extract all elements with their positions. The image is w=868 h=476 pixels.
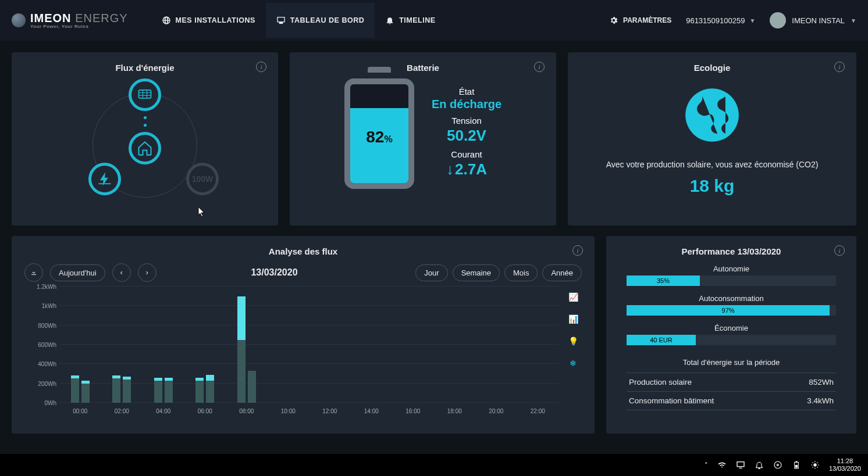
info-icon[interactable]: i (834, 62, 845, 72)
download-button[interactable] (24, 263, 43, 282)
brightness-icon[interactable] (810, 460, 820, 470)
mode-bars-icon[interactable]: 📊 (568, 314, 578, 324)
solar-node[interactable] (129, 78, 161, 111)
range-day[interactable]: Jour (415, 264, 447, 281)
prev-button[interactable]: ‹ (112, 263, 131, 282)
range-month[interactable]: Mois (504, 264, 538, 281)
analysis-date: 13/03/2020 (140, 267, 409, 278)
energy-flow-card: Flux d'énergie i 100W (12, 52, 278, 226)
flow-dot (144, 116, 147, 119)
chart-mode-switcher: 📈 📊 💡 ❄ (564, 287, 582, 414)
totals-title: Total d'énergie sur la période (619, 358, 844, 367)
mode-sun-icon[interactable]: ❄ (570, 359, 577, 368)
logo-tagline: Your Power, Your Rules (30, 24, 128, 29)
logo-icon (12, 13, 26, 27)
bell-tray-icon[interactable] (755, 460, 764, 470)
card-title: Analyse des flux (24, 246, 582, 256)
autonomy-label: Autonomie (619, 264, 844, 273)
perf-table: Production solaire852WhConsommation bâti… (627, 373, 836, 410)
svg-rect-2 (737, 462, 744, 467)
user-menu[interactable]: IMEON INSTAL ▼ (770, 12, 856, 28)
logo-text-sub: ENERGY (75, 12, 127, 24)
tray-up-icon[interactable]: ˄ (705, 461, 708, 469)
analysis-card: Analyse des flux i Aujourd'hui ‹ › 13/03… (12, 236, 595, 434)
nav-timeline[interactable]: TIMELINE (375, 3, 446, 38)
ecology-text: Avec votre production solaire, vous avez… (581, 160, 844, 169)
card-title: Performance 13/03/2020 (619, 246, 844, 256)
card-title: Ecologie (581, 63, 844, 73)
state-label: État (432, 87, 501, 96)
home-icon (137, 140, 153, 156)
settings-label: PARAMÈTRES (623, 16, 671, 24)
nav-label: MES INSTALLATIONS (176, 16, 255, 24)
bolt-icon (97, 171, 113, 187)
info-icon[interactable]: i (834, 245, 845, 256)
install-id-text: 96131509100259 (686, 16, 745, 25)
installation-selector[interactable]: 96131509100259 ▼ (686, 16, 755, 25)
autonomy-bar: 35% (627, 275, 836, 286)
home-node[interactable] (129, 132, 161, 164)
info-icon[interactable]: i (256, 62, 266, 72)
nav-dashboard[interactable]: TABLEAU DE BORD (266, 3, 375, 38)
bell-icon (385, 16, 394, 25)
today-button[interactable]: Aujourd'hui (50, 264, 105, 281)
mode-pulse-icon[interactable]: 📈 (568, 292, 578, 302)
voltage-value: 50.2V (432, 127, 501, 145)
chevron-down-icon: ▼ (851, 17, 856, 24)
taskbar: ˄ 11:28 13/03/2020 (0, 454, 868, 476)
header: IMEON ENERGY Your Power, Your Rules MES … (0, 0, 868, 41)
range-week[interactable]: Semaine (453, 264, 500, 281)
grid-node[interactable] (88, 163, 121, 195)
ecology-card: Ecologie i Avec votre production solaire… (568, 52, 856, 226)
selfcons-bar: 97% (627, 305, 836, 316)
watt-value: 100W (192, 174, 214, 184)
flow-dot (144, 124, 147, 127)
monitor-icon (276, 16, 286, 25)
globe-icon (581, 83, 844, 149)
globe-icon (162, 16, 171, 25)
info-icon[interactable]: i (534, 62, 545, 72)
logo-text-main: IMEON (30, 12, 72, 24)
economy-label: Économie (619, 324, 844, 332)
taskbar-clock[interactable]: 11:28 13/03/2020 (829, 457, 861, 473)
svg-point-7 (813, 463, 816, 466)
nav-installations[interactable]: MES INSTALLATIONS (151, 3, 266, 38)
selfcons-label: Autoconsommation (619, 294, 844, 303)
monitor-tray-icon[interactable] (736, 460, 745, 470)
state-value: En décharge (432, 98, 501, 111)
logo[interactable]: IMEON ENERGY Your Power, Your Rules (12, 12, 128, 29)
bar-chart: 0Wh200Wh400Wh600Wh800Wh1kWh1.2kWh00:0002… (24, 287, 558, 414)
wifi-icon[interactable] (717, 460, 727, 470)
economy-bar: 40 EUR (627, 335, 836, 345)
main-nav: MES INSTALLATIONS TABLEAU DE BORD TIMELI… (151, 3, 446, 38)
nav-label: TABLEAU DE BORD (290, 16, 364, 24)
solar-panel-icon (137, 87, 153, 103)
clock-time: 11:28 (829, 457, 861, 465)
nav-label: TIMELINE (399, 16, 435, 24)
flow-diagram: 100W (24, 78, 265, 206)
svg-rect-6 (795, 465, 798, 468)
download-icon (30, 269, 37, 276)
settings-link[interactable]: PARAMÈTRES (609, 16, 671, 25)
performance-card: Performance 13/03/2020 i Autonomie 35% A… (606, 236, 856, 434)
avatar (770, 12, 786, 28)
card-title: Batterie (303, 63, 543, 73)
table-row: Production solaire852Wh (627, 373, 836, 391)
battery-percent: 82% (366, 128, 392, 146)
current-label: Courant (432, 149, 501, 159)
chevron-down-icon: ▼ (749, 17, 755, 24)
info-icon[interactable]: i (572, 245, 583, 256)
range-year[interactable]: Année (542, 264, 582, 281)
mode-bulb-icon[interactable]: 💡 (568, 337, 578, 346)
current-value: 2.7A (432, 160, 501, 178)
go-tray-icon[interactable] (773, 460, 782, 470)
table-row: Consommation bâtiment3.4kWh (627, 391, 836, 410)
watt-node[interactable]: 100W (186, 163, 219, 195)
voltage-label: Tension (432, 116, 501, 126)
battery-card: Batterie i 82% État En décharge Tension (290, 52, 556, 226)
battery-tray-icon[interactable] (792, 460, 801, 470)
clock-date: 13/03/2020 (829, 465, 861, 473)
battery-stats: État En décharge Tension 50.2V Courant 2… (432, 84, 501, 183)
svg-rect-5 (796, 461, 798, 462)
card-title: Flux d'énergie (24, 63, 265, 73)
